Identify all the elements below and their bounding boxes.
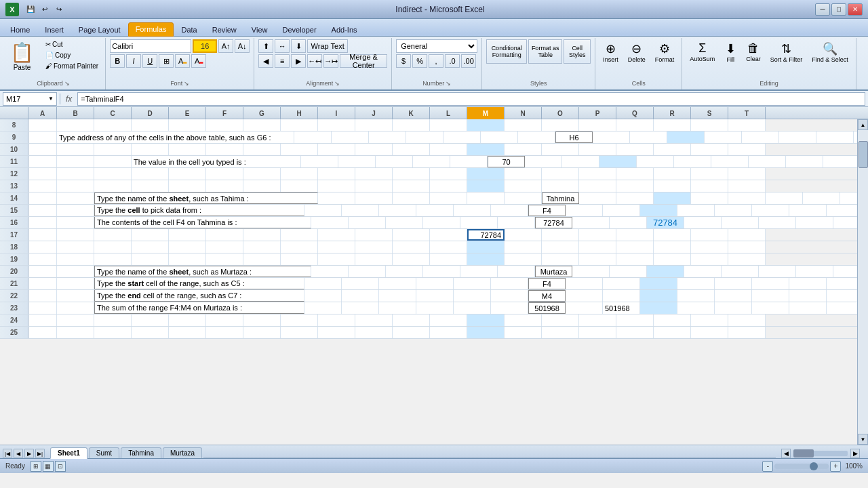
cell-N24[interactable] bbox=[505, 314, 542, 326]
col-header-I[interactable]: I bbox=[318, 107, 355, 119]
cell-B20[interactable] bbox=[57, 266, 94, 277]
cell-M8[interactable] bbox=[467, 119, 505, 131]
col-header-T[interactable]: T bbox=[728, 107, 766, 119]
cell-Q21[interactable] bbox=[789, 278, 827, 289]
align-bottom-btn[interactable]: ⬇ bbox=[291, 39, 306, 53]
cell-P13[interactable] bbox=[579, 180, 616, 192]
cell-O25[interactable] bbox=[542, 327, 579, 338]
alignment-expand-icon[interactable]: ↘ bbox=[334, 80, 340, 87]
cell-M17[interactable]: 72784 bbox=[467, 229, 505, 241]
cell-R16[interactable] bbox=[833, 217, 857, 228]
cell-D19[interactable] bbox=[132, 253, 169, 265]
cell-A11[interactable] bbox=[28, 156, 57, 167]
cell-B17[interactable] bbox=[57, 229, 94, 241]
cell-A18[interactable] bbox=[28, 241, 57, 253]
cell-Q19[interactable] bbox=[616, 253, 654, 265]
cell-D10[interactable] bbox=[132, 144, 169, 155]
sheet-tab-sheet1[interactable]: Sheet1 bbox=[50, 447, 87, 459]
cell-G16[interactable] bbox=[423, 217, 460, 228]
cell-R25[interactable] bbox=[654, 327, 691, 338]
cell-L16[interactable] bbox=[610, 217, 647, 228]
col-header-L[interactable]: L bbox=[430, 107, 467, 119]
cell-R8[interactable] bbox=[654, 119, 691, 131]
cell-B10[interactable] bbox=[57, 144, 94, 155]
cell-E18[interactable] bbox=[169, 241, 206, 253]
cell-L8[interactable] bbox=[430, 119, 467, 131]
col-header-R[interactable]: R bbox=[654, 107, 691, 119]
cell-P25[interactable] bbox=[579, 327, 616, 338]
cell-L22[interactable] bbox=[603, 290, 640, 302]
cell-O19[interactable] bbox=[542, 253, 579, 265]
cell-S12[interactable] bbox=[691, 168, 728, 180]
cell-R20[interactable] bbox=[833, 266, 857, 277]
cell-B18[interactable] bbox=[57, 241, 94, 253]
cell-O10[interactable] bbox=[542, 144, 579, 155]
cell-K25[interactable] bbox=[393, 327, 430, 338]
col-header-H[interactable]: H bbox=[281, 107, 318, 119]
cell-M11[interactable] bbox=[599, 156, 637, 167]
cell-J8[interactable] bbox=[355, 119, 393, 131]
clear-btn[interactable]: 🗑 Clear bbox=[743, 39, 764, 64]
cell-D8[interactable] bbox=[132, 119, 169, 131]
vertical-scrollbar[interactable]: ▲ ▼ bbox=[857, 119, 868, 445]
sheet-tab-tahmina[interactable]: Tahmina bbox=[121, 447, 161, 458]
cell-E25[interactable] bbox=[169, 327, 206, 338]
cell-H25[interactable] bbox=[281, 327, 318, 338]
cell-J12[interactable] bbox=[355, 168, 393, 180]
cell-H22[interactable] bbox=[454, 290, 491, 302]
minimize-btn[interactable]: ─ bbox=[815, 3, 830, 16]
cell-D17[interactable] bbox=[132, 229, 169, 241]
zoom-slider[interactable] bbox=[774, 464, 829, 469]
cell-M21[interactable] bbox=[640, 278, 677, 289]
cell-E12[interactable] bbox=[169, 168, 206, 180]
cell-G19[interactable] bbox=[243, 253, 281, 265]
cell-R15[interactable] bbox=[827, 205, 857, 216]
cell-F8[interactable] bbox=[206, 119, 243, 131]
cell-R19[interactable] bbox=[654, 253, 691, 265]
cell-I9[interactable] bbox=[518, 131, 555, 143]
cell-J14[interactable]: Tahmina bbox=[542, 192, 579, 204]
number-expand-icon[interactable]: ↘ bbox=[446, 80, 451, 87]
cell-L9[interactable] bbox=[630, 131, 667, 143]
cell-H15[interactable] bbox=[454, 205, 491, 216]
save-qa-btn[interactable]: 💾 bbox=[24, 3, 37, 16]
cell-K21[interactable] bbox=[566, 278, 603, 289]
cell-K24[interactable] bbox=[393, 314, 430, 326]
scroll-thumb[interactable] bbox=[859, 141, 868, 168]
cell-N18[interactable] bbox=[505, 241, 542, 253]
cell-A14[interactable] bbox=[28, 192, 57, 204]
paste-button[interactable]: 📋 Paste bbox=[5, 39, 39, 73]
cell-F22[interactable] bbox=[379, 290, 416, 302]
cell-O9[interactable] bbox=[742, 131, 779, 143]
bold-btn[interactable]: B bbox=[110, 54, 125, 68]
cell-R13[interactable] bbox=[654, 180, 691, 192]
cell-L21[interactable] bbox=[603, 278, 640, 289]
cell-J11[interactable]: 70 bbox=[488, 156, 525, 167]
cell-A9[interactable] bbox=[28, 131, 57, 143]
cell-S17[interactable] bbox=[691, 229, 728, 241]
cell-F12[interactable] bbox=[206, 168, 243, 180]
cell-B15[interactable] bbox=[57, 205, 94, 216]
cell-C21[interactable]: Type the start cell of the range, such a… bbox=[94, 278, 304, 289]
cell-C19[interactable] bbox=[94, 253, 132, 265]
cell-G21[interactable] bbox=[416, 278, 454, 289]
cell-B19[interactable] bbox=[57, 253, 94, 265]
cell-H13[interactable] bbox=[281, 180, 318, 192]
cell-E23[interactable] bbox=[342, 302, 379, 314]
align-middle-btn[interactable]: ↔ bbox=[275, 39, 290, 53]
cell-R18[interactable] bbox=[654, 241, 691, 253]
cell-I8[interactable] bbox=[318, 119, 355, 131]
cell-F13[interactable] bbox=[206, 180, 243, 192]
cell-P21[interactable] bbox=[752, 278, 789, 289]
cell-D13[interactable] bbox=[132, 180, 169, 192]
cell-L12[interactable] bbox=[430, 168, 467, 180]
cell-T17[interactable] bbox=[728, 229, 766, 241]
cell-O17[interactable] bbox=[542, 229, 579, 241]
cell-K10[interactable] bbox=[393, 144, 430, 155]
cell-H24[interactable] bbox=[281, 314, 318, 326]
fill-btn[interactable]: ⬇ Fill bbox=[721, 39, 740, 65]
cell-E21[interactable] bbox=[342, 278, 379, 289]
cell-H12[interactable] bbox=[281, 168, 318, 180]
col-header-A[interactable]: A bbox=[28, 107, 57, 119]
col-header-N[interactable]: N bbox=[505, 107, 542, 119]
